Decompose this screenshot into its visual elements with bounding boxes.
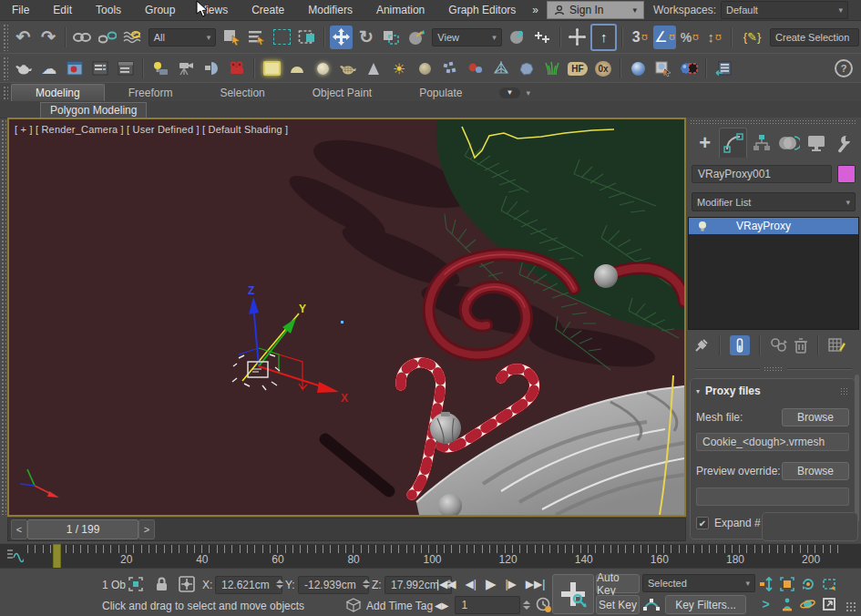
modifier-stack[interactable]: VRayProxy [688, 217, 859, 330]
x-spinner[interactable] [276, 576, 283, 592]
move-gizmo[interactable]: Z Y X [232, 284, 348, 405]
tab-display[interactable] [804, 128, 830, 158]
hair-and-fur-icon[interactable]: HF [566, 56, 589, 80]
show-end-result-button[interactable] [730, 335, 750, 355]
angle-snap-toggle[interactable]: ∠Ω [653, 26, 676, 49]
menu-animation[interactable]: Animation [364, 1, 436, 19]
snap-3d-toggle[interactable]: 3Ω [628, 26, 651, 49]
vray-proxy-icon[interactable] [336, 56, 360, 80]
use-pivot-center-icon[interactable] [507, 26, 529, 49]
toolbar-drag-handle[interactable] [3, 56, 8, 80]
vray-physical-camera-icon[interactable] [174, 56, 198, 80]
vray-stereo-camera-icon[interactable] [225, 56, 249, 80]
tab-modeling[interactable]: Modeling [11, 84, 105, 101]
reference-coordinate-dropdown[interactable]: View ▾ [432, 28, 501, 46]
vray-infinite-plane-icon[interactable] [362, 56, 385, 80]
configure-modifier-sets-icon[interactable] [828, 337, 846, 354]
vray-material-picker-icon[interactable] [651, 56, 675, 80]
tab-hierarchy[interactable] [748, 128, 774, 158]
vray-clipper-icon[interactable] [489, 56, 513, 80]
lightbulb-icon[interactable] [696, 220, 709, 232]
spinner-snap-toggle[interactable]: ↕Ω [702, 26, 725, 49]
preview-override-field[interactable] [696, 488, 849, 506]
x-coordinate-field[interactable]: 12.621cm [215, 576, 282, 594]
expand-frame-checkbox[interactable]: ✔ [696, 517, 709, 529]
vray-scatter-icon[interactable] [438, 56, 462, 80]
vray-frame-buffer-icon[interactable] [63, 56, 87, 80]
selection-lock-region-icon[interactable] [128, 576, 144, 595]
vray-dome-light-icon[interactable] [285, 56, 309, 80]
auto-key-button[interactable]: Auto Key [596, 574, 640, 593]
toolbar-drag-handle[interactable] [3, 24, 8, 51]
key-mode-toggle[interactable]: ◀▶ [430, 599, 453, 612]
go-to-start-button[interactable]: |◀◀ [432, 576, 461, 592]
vray-dome-camera-icon[interactable] [200, 56, 223, 80]
tab-utilities[interactable] [831, 128, 857, 158]
vray-lister-icon[interactable] [712, 56, 735, 80]
vray-metaball-icon[interactable] [464, 56, 487, 80]
select-and-move-button[interactable] [330, 26, 353, 49]
select-and-rotate-button[interactable]: ↻ [354, 26, 377, 49]
help-icon[interactable]: ? [832, 56, 856, 80]
viewport[interactable]: Z Y X [7, 118, 686, 517]
ribbon-drag-handle[interactable] [3, 86, 8, 100]
modifier-list-dropdown[interactable]: Modifier List ▾ [692, 192, 856, 211]
viewport-label[interactable]: [ + ] [ Render_Camera ] [ User Defined ]… [15, 124, 288, 135]
orbit-camera-icon[interactable] [798, 595, 817, 612]
ribbon-minimize-button[interactable]: ▼ [499, 87, 521, 98]
vray-sphere-light-icon[interactable] [311, 56, 334, 80]
time-configuration-button[interactable] [536, 597, 552, 613]
vray-light-icon[interactable] [149, 56, 172, 80]
previous-frame-button[interactable]: ◀| [461, 576, 481, 592]
modifier-stack-row[interactable]: VRayProxy [689, 218, 858, 234]
select-by-name-icon[interactable] [246, 26, 269, 49]
menu-overflow-icon[interactable]: » [528, 1, 543, 19]
dolly-camera-icon[interactable] [756, 575, 775, 592]
vray-stone-icon[interactable] [515, 56, 538, 80]
ornatrix-icon[interactable]: 0x [591, 56, 615, 80]
frame-spinner[interactable] [523, 601, 530, 610]
sign-in-dropdown[interactable]: Sign In ▾ [547, 1, 644, 19]
mesh-file-browse-button[interactable]: Browse [782, 408, 849, 426]
menu-group[interactable]: Group [133, 1, 187, 19]
set-keys-button[interactable] [552, 574, 594, 614]
vray-material-icon[interactable] [626, 56, 650, 80]
default-tangent-button[interactable] [642, 595, 661, 615]
tab-selection[interactable]: Selection [196, 85, 288, 101]
panel-drag-handle[interactable] [690, 119, 857, 125]
select-and-scale-button[interactable] [380, 26, 403, 49]
object-name-field[interactable]: VRayProxy001 [692, 165, 832, 183]
set-key-button[interactable]: Set Key [596, 595, 640, 614]
select-object-icon[interactable] [220, 26, 243, 49]
select-and-place-icon[interactable] [405, 26, 427, 49]
tab-populate[interactable]: Populate [395, 85, 486, 101]
rollout-grip[interactable] [840, 387, 849, 395]
mini-curve-editor-button[interactable] [5, 547, 24, 566]
tab-modify[interactable] [719, 128, 747, 158]
go-to-end-button[interactable]: ▶▶| [521, 576, 550, 592]
bind-to-space-warp-icon[interactable] [120, 26, 143, 49]
tab-object-paint[interactable]: Object Paint [289, 85, 395, 101]
percent-snap-toggle[interactable]: %Ω [678, 26, 701, 49]
chevron-down-icon[interactable]: ▾ [526, 88, 530, 98]
menu-edit[interactable]: Edit [41, 1, 84, 19]
mesh-file-field[interactable]: Cookie_<dough>.vrmesh [696, 433, 849, 451]
edit-named-selection-sets-icon[interactable]: {✎} [737, 26, 767, 49]
object-color-swatch[interactable] [837, 165, 856, 183]
vray-override-material-icon[interactable] [677, 56, 701, 80]
y-spinner[interactable] [363, 576, 370, 592]
zoom-region-icon[interactable] [819, 575, 838, 592]
vray-render-teapot-icon[interactable] [12, 56, 36, 80]
menu-file[interactable]: File [0, 1, 41, 19]
zoom-extents-all-icon[interactable] [777, 575, 796, 592]
rollup-separator[interactable] [695, 366, 852, 371]
rectangular-selection-region-icon[interactable] [271, 26, 293, 49]
menu-tools[interactable]: Tools [84, 1, 133, 19]
key-filters-button[interactable]: Key Filters... [665, 595, 746, 614]
workspaces-dropdown[interactable]: Default ▾ [721, 1, 848, 19]
menu-graph-editors[interactable]: Graph Editors [436, 1, 528, 19]
play-button[interactable]: ▶ [481, 574, 501, 594]
select-and-manipulate-icon[interactable] [531, 26, 554, 49]
tab-motion[interactable] [776, 128, 803, 158]
rollout-header[interactable]: ▾ Proxy files [696, 383, 849, 399]
